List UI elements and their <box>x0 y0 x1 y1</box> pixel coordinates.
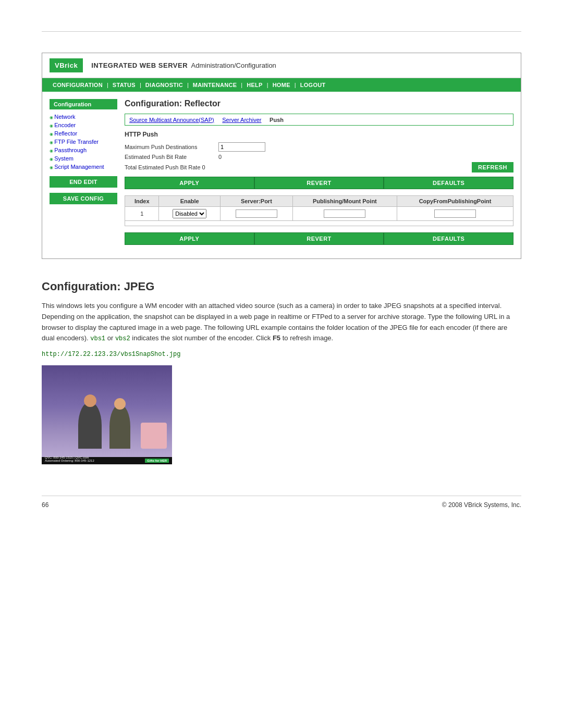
qvc-text: QVC: 800-345-1515 | QVC.com <box>45 456 172 459</box>
nav-bar: CONFIGURATION | STATUS | DIAGNOSTIC | MA… <box>42 78 521 92</box>
table-row: 1 Disabled Enabled <box>125 207 513 221</box>
cell-mount-point <box>292 207 397 221</box>
apply-button-2[interactable]: APPLY <box>125 232 254 245</box>
person-head-2 <box>114 398 126 410</box>
copy-from-input[interactable] <box>434 209 476 218</box>
sidebar-item-reflector[interactable]: Reflector <box>50 129 117 138</box>
refresh-button[interactable]: REFRESH <box>472 162 513 172</box>
header-title: INTEGRATED WEB SERVER Administration/Con… <box>91 61 276 69</box>
col-enable: Enable <box>159 196 220 207</box>
cell-copy-from <box>397 207 513 221</box>
tab-server-archiver[interactable]: Server Archiver <box>222 117 261 123</box>
nav-status[interactable]: STATUS <box>109 81 139 89</box>
nav-sep-6: | <box>293 82 297 88</box>
sidebar: Configuration Network Encoder Reflector … <box>50 99 117 251</box>
defaults-button-1[interactable]: DEFAULTS <box>384 177 513 189</box>
revert-button-2[interactable]: REVERT <box>254 232 384 245</box>
jpeg-section-heading: Configuration: JPEG <box>42 280 521 293</box>
end-edit-button[interactable]: END EDIT <box>50 176 117 188</box>
cell-index: 1 <box>125 207 159 221</box>
nav-sep-2: | <box>139 82 142 88</box>
max-push-input[interactable] <box>218 142 265 152</box>
jpeg-body-text: This windows lets you configure a WM enc… <box>42 301 521 344</box>
form-row-estimated-bit: Estimated Push Bit Rate 0 <box>125 154 513 160</box>
apply-button-1[interactable]: APPLY <box>125 177 254 189</box>
col-index: Index <box>125 196 159 207</box>
snapshot-container: V-21991 Emjoi Tweeze Battery Powered Pre… <box>42 365 172 464</box>
nav-maintenance[interactable]: MAINTENANCE <box>190 81 240 89</box>
server-port-input[interactable] <box>236 209 277 218</box>
nav-sep-5: | <box>266 82 270 88</box>
tab-separator-1 <box>217 116 219 124</box>
sidebar-item-encoder[interactable]: Encoder <box>50 121 117 129</box>
tab-push[interactable]: Push <box>270 117 284 123</box>
tab-separator-2 <box>264 116 266 124</box>
sidebar-item-script[interactable]: Script Management <box>50 163 117 171</box>
refresh-row: Total Estimated Push Bit Rate 0 REFRESH <box>125 162 513 172</box>
nav-diagnostic[interactable]: DIAGNOSTIC <box>142 81 186 89</box>
copyright: © 2008 VBrick Systems, Inc. <box>442 501 521 509</box>
enable-select[interactable]: Disabled Enabled <box>173 209 206 218</box>
sidebar-item-network[interactable]: Network <box>50 113 117 121</box>
col-copy-from: CopyFromPublishingPoint <box>397 196 513 207</box>
nav-configuration[interactable]: CONFIGURATION <box>50 81 106 89</box>
nav-sep-4: | <box>240 82 243 88</box>
tab-source-multicast[interactable]: Source Multicast Announce(SAP) <box>129 117 214 123</box>
product-display <box>141 423 167 449</box>
form-row-max-push: Maximum Push Destinations <box>125 142 513 152</box>
nav-home[interactable]: HOME <box>270 81 293 89</box>
total-estimated-label: Total Estimated Push Bit Rate 0 <box>125 164 472 170</box>
browser-header: VBrick INTEGRATED WEB SERVER Administrat… <box>42 53 521 78</box>
max-push-label: Maximum Push Destinations <box>125 144 218 150</box>
cell-server-port <box>220 207 292 221</box>
http-push-label: HTTP Push <box>125 131 513 138</box>
person-silhouette-1 <box>78 402 102 449</box>
snapshot-url[interactable]: http://172.22.123.23/vbs1SnapShot.jpg <box>42 351 521 358</box>
estimated-bit-value: 0 <box>218 154 222 160</box>
code-vbs2: vbs2 <box>115 335 130 342</box>
revert-button-1[interactable]: REVERT <box>254 177 384 189</box>
f5-key: F5 <box>273 334 280 342</box>
person-silhouette-2 <box>109 404 130 449</box>
sidebar-item-passthrough[interactable]: Passthrough <box>50 146 117 154</box>
vbrick-logo: VBrick <box>50 58 83 72</box>
nav-logout[interactable]: LOGOUT <box>297 81 329 89</box>
sidebar-item-ftp[interactable]: FTP File Transfer <box>50 138 117 146</box>
sidebar-nav: Network Encoder Reflector FTP File Trans… <box>50 113 117 171</box>
page-number: 66 <box>42 501 48 509</box>
col-mount-point: Publishing/Mount Point <box>292 196 397 207</box>
person-head-1 <box>84 394 96 407</box>
mount-point-input[interactable] <box>324 209 365 218</box>
config-page-title: Configuration: Reflector <box>125 99 513 108</box>
code-vbs1: vbs1 <box>90 335 105 342</box>
sidebar-item-system[interactable]: System <box>50 154 117 163</box>
main-content: Configuration Network Encoder Reflector … <box>42 92 521 258</box>
save-config-button[interactable]: SAVE CONFIG <box>50 193 117 204</box>
action-row-1: APPLY REVERT DEFAULTS <box>125 177 513 189</box>
config-panel: Configuration: Reflector Source Multicas… <box>125 99 513 251</box>
table-row-empty <box>125 221 513 226</box>
tab-bar: Source Multicast Announce(SAP) Server Ar… <box>125 114 513 126</box>
action-row-2: APPLY REVERT DEFAULTS <box>125 232 513 245</box>
cell-enable: Disabled Enabled <box>159 207 220 221</box>
sidebar-title: Configuration <box>50 99 117 109</box>
push-destinations-table: Index Enable Server:Port Publishing/Moun… <box>125 195 513 226</box>
nav-sep-3: | <box>186 82 190 88</box>
ordering-text: Automated Ordering: 800-345-1212 <box>45 459 94 462</box>
browser-frame: VBrick INTEGRATED WEB SERVER Administrat… <box>42 53 521 259</box>
nav-sep-1: | <box>106 82 109 88</box>
nav-help[interactable]: HELP <box>243 81 266 89</box>
page-footer: 66 © 2008 VBrick Systems, Inc. <box>42 496 521 509</box>
col-server-port: Server:Port <box>220 196 292 207</box>
defaults-button-2[interactable]: DEFAULTS <box>384 232 513 245</box>
gifts-badge: Gifts for HER <box>145 459 169 463</box>
estimated-bit-label: Estimated Push Bit Rate <box>125 154 218 160</box>
